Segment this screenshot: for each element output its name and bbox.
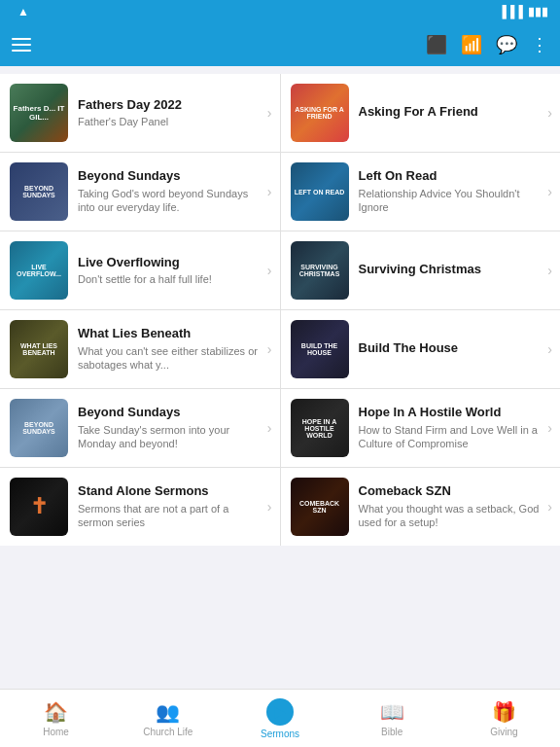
chevron-right-icon: › bbox=[267, 341, 272, 357]
chat-icon[interactable]: 💬 bbox=[496, 34, 517, 55]
chevron-right-icon: › bbox=[267, 263, 272, 278]
sermon-info: Asking For A Friend bbox=[359, 104, 544, 123]
tab-icon-giving: 🎁 bbox=[492, 700, 516, 724]
sermon-subtitle: Taking God's word beyond Sundays into ou… bbox=[78, 187, 263, 215]
sermon-grid: Fathers D... IT GIL... Fathers Day 2022 … bbox=[0, 74, 560, 546]
sermon-title: Live Overflowing bbox=[78, 255, 263, 270]
menu-button[interactable] bbox=[12, 38, 31, 52]
sermon-info: Comeback SZN What you thought was a setb… bbox=[359, 483, 544, 529]
status-right: ▐▐▐ ▮▮▮ bbox=[498, 5, 548, 18]
chevron-right-icon: › bbox=[547, 263, 552, 278]
tab-giving[interactable]: 🎁 Giving bbox=[448, 690, 560, 747]
signal-icon: ▐▐▐ bbox=[498, 5, 523, 18]
tab-icon-church-life: 👥 bbox=[156, 700, 180, 724]
sermon-title: Build The House bbox=[359, 340, 544, 356]
sermon-thumbnail: WHAT LIES BENEATH bbox=[10, 320, 68, 378]
sermon-title: Surviving Christmas bbox=[359, 262, 544, 277]
chevron-right-icon: › bbox=[547, 499, 552, 515]
tab-label-church-life: Church Life bbox=[143, 727, 192, 737]
sermon-title: Stand Alone Sermons bbox=[78, 483, 263, 499]
chevron-right-icon: › bbox=[547, 420, 552, 436]
sermon-item[interactable]: BUILD THE HOUSE Build The House › bbox=[281, 310, 561, 388]
tab-label-home: Home bbox=[43, 727, 69, 737]
sermon-thumbnail: LEFT ON READ bbox=[291, 162, 349, 221]
tab-icon-sermons: ▶ bbox=[274, 702, 286, 721]
sermon-subtitle: Relationship Advice You Shouldn't Ignore bbox=[359, 187, 544, 215]
sermon-item[interactable]: BEYOND SUNDAYS Beyond Sundays Take Sunda… bbox=[0, 389, 280, 467]
sermon-info: Build The House bbox=[359, 340, 544, 359]
tab-sermons[interactable]: ▶ Sermons bbox=[224, 690, 335, 747]
chart-icon[interactable]: 📶 bbox=[461, 34, 482, 55]
header-icons: ⬛ 📶 💬 ⋮ bbox=[426, 34, 548, 55]
chevron-right-icon: › bbox=[547, 341, 552, 357]
sermon-title: Fathers Day 2022 bbox=[78, 97, 263, 113]
sermon-title: What Lies Beneath bbox=[78, 326, 263, 341]
tab-home[interactable]: 🏠 Home bbox=[0, 690, 112, 747]
chevron-right-icon: › bbox=[267, 420, 272, 436]
cast-icon[interactable]: ⬛ bbox=[426, 34, 447, 55]
chevron-right-icon: › bbox=[267, 499, 272, 515]
sermon-info: Stand Alone Sermons Sermons that are not… bbox=[78, 483, 263, 529]
sermon-subtitle: Sermons that are not a part of a sermon … bbox=[78, 502, 263, 530]
tab-active-indicator: ▶ bbox=[266, 698, 294, 726]
sermon-info: Left On Read Relationship Advice You Sho… bbox=[359, 168, 544, 214]
sermon-thumbnail: COMEBACK SZN bbox=[291, 478, 349, 536]
sermon-subtitle: How to Stand Firm and Love Well in a Cul… bbox=[359, 423, 544, 451]
sermon-info: Hope In A Hostile World How to Stand Fir… bbox=[359, 405, 544, 450]
tab-label-sermons: Sermons bbox=[261, 729, 299, 739]
chevron-right-icon: › bbox=[547, 184, 552, 199]
sermon-thumbnail: HOPE IN A HOSTILE WORLD bbox=[291, 399, 349, 457]
tab-label-bible: Bible bbox=[381, 727, 402, 737]
tab-icon-bible: 📖 bbox=[380, 700, 404, 724]
sermon-subtitle: What you thought was a setback, God used… bbox=[359, 502, 544, 530]
chevron-right-icon: › bbox=[267, 105, 272, 121]
sermon-thumbnail: BEYOND SUNDAYS bbox=[10, 399, 68, 457]
sermon-item[interactable]: LIVE OVERFLOW... Live Overflowing Don't … bbox=[0, 231, 280, 309]
chevron-right-icon: › bbox=[267, 184, 272, 199]
sermon-item[interactable]: LEFT ON READ Left On Read Relationship A… bbox=[281, 153, 561, 231]
chevron-right-icon: › bbox=[547, 105, 552, 121]
sermon-title: Left On Read bbox=[359, 168, 544, 184]
sermon-thumbnail: Fathers D... IT GIL... bbox=[10, 84, 68, 142]
sermon-info: Surviving Christmas bbox=[359, 262, 544, 280]
sermon-thumbnail: BEYOND SUNDAYS bbox=[10, 162, 68, 221]
sermon-item[interactable]: COMEBACK SZN Comeback SZN What you thoug… bbox=[281, 468, 561, 546]
sermon-subtitle: Take Sunday's sermon into your Monday an… bbox=[78, 423, 263, 451]
sermon-title: Beyond Sundays bbox=[78, 405, 263, 420]
sermon-subtitle: Father's Day Panel bbox=[78, 115, 263, 128]
sermon-title: Beyond Sundays bbox=[78, 168, 263, 184]
sermon-thumbnail: ASKING FOR A FRIEND bbox=[291, 84, 349, 142]
sermon-info: Beyond Sundays Taking God's word beyond … bbox=[78, 168, 263, 214]
sermon-info: Beyond Sundays Take Sunday's sermon into… bbox=[78, 405, 263, 450]
sermon-item[interactable]: ASKING FOR A FRIEND Asking For A Friend … bbox=[281, 74, 561, 152]
sermon-thumbnail: BUILD THE HOUSE bbox=[291, 320, 349, 378]
tab-bible[interactable]: 📖 Bible bbox=[336, 690, 448, 747]
sermon-title: Comeback SZN bbox=[359, 483, 544, 499]
header-left bbox=[12, 38, 31, 52]
sermon-thumbnail: SURVIVING CHRISTMAS bbox=[291, 241, 349, 300]
sermon-info: What Lies Beneath What you can't see eit… bbox=[78, 326, 263, 372]
sermon-item[interactable]: SURVIVING CHRISTMAS Surviving Christmas … bbox=[281, 231, 561, 309]
sermon-item[interactable]: ✝ Stand Alone Sermons Sermons that are n… bbox=[0, 468, 280, 546]
tab-bar: 🏠 Home 👥 Church Life ▶ Sermons 📖 Bible 🎁… bbox=[0, 689, 560, 747]
sermon-title: Asking For A Friend bbox=[359, 104, 544, 120]
sermon-info: Fathers Day 2022 Father's Day Panel bbox=[78, 97, 263, 129]
sermon-thumbnail: LIVE OVERFLOW... bbox=[10, 241, 68, 300]
tab-icon-home: 🏠 bbox=[44, 700, 68, 724]
header: ⬛ 📶 💬 ⋮ bbox=[0, 23, 560, 66]
sermon-item[interactable]: HOPE IN A HOSTILE WORLD Hope In A Hostil… bbox=[281, 389, 561, 467]
more-icon[interactable]: ⋮ bbox=[531, 34, 548, 55]
battery-icon: ▮▮▮ bbox=[528, 5, 548, 18]
sermon-title: Hope In A Hostile World bbox=[359, 405, 544, 420]
content-area: Fathers D... IT GIL... Fathers Day 2022 … bbox=[0, 66, 560, 689]
status-left: ▲ bbox=[12, 5, 29, 18]
sermon-info: Live Overflowing Don't settle for a half… bbox=[78, 255, 263, 287]
sermon-item[interactable]: Fathers D... IT GIL... Fathers Day 2022 … bbox=[0, 74, 280, 152]
sermon-item[interactable]: WHAT LIES BENEATH What Lies Beneath What… bbox=[0, 310, 280, 388]
sermon-item[interactable]: BEYOND SUNDAYS Beyond Sundays Taking God… bbox=[0, 153, 280, 231]
status-bar: ▲ ▐▐▐ ▮▮▮ bbox=[0, 0, 560, 23]
tab-label-giving: Giving bbox=[490, 727, 517, 737]
sermon-subtitle: Don't settle for a half full life! bbox=[78, 272, 263, 286]
tab-church-life[interactable]: 👥 Church Life bbox=[112, 690, 224, 747]
sermon-subtitle: What you can't see either stabilizes or … bbox=[78, 344, 263, 373]
